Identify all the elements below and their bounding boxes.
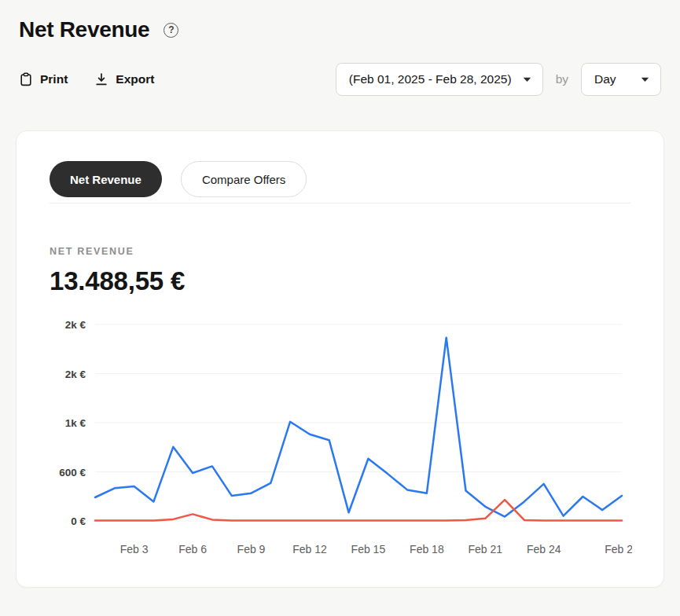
by-label: by — [556, 72, 568, 86]
divider — [50, 203, 630, 204]
svg-text:Feb 6: Feb 6 — [178, 543, 207, 556]
metric-value: 13.488,55 € — [50, 266, 630, 296]
svg-text:Feb 24: Feb 24 — [527, 543, 561, 556]
net-revenue-card: Net Revenue Compare Offers NET REVENUE 1… — [16, 130, 664, 588]
svg-text:0 €: 0 € — [71, 515, 86, 527]
date-range-value: (Feb 01, 2025 - Feb 28, 2025) — [349, 72, 512, 86]
print-button[interactable]: Print — [19, 72, 68, 86]
metric-block: NET REVENUE 13.488,55 € — [50, 246, 630, 296]
tab-net-revenue[interactable]: Net Revenue — [50, 161, 162, 197]
tab-compare-offers[interactable]: Compare Offers — [181, 161, 307, 197]
print-icon — [19, 72, 33, 86]
toolbar: Print Export (Feb 01, 2025 - Feb 28, 202… — [16, 63, 664, 96]
export-icon — [94, 72, 108, 86]
svg-text:Feb 15: Feb 15 — [351, 543, 386, 556]
chevron-down-icon — [523, 77, 531, 82]
svg-text:Feb 12: Feb 12 — [292, 543, 327, 556]
page-title: Net Revenue — [19, 17, 149, 42]
toolbar-right: (Feb 01, 2025 - Feb 28, 2025) by Day — [336, 63, 661, 96]
revenue-chart-svg: 0 €600 €1k €2k €2k €Feb 3Feb 6Feb 9Feb 1… — [50, 315, 632, 560]
svg-text:1k €: 1k € — [65, 417, 86, 429]
metric-label: NET REVENUE — [50, 246, 630, 257]
chevron-down-icon — [641, 77, 649, 82]
svg-text:Feb 9: Feb 9 — [237, 543, 266, 556]
page: Net Revenue ? Print Export — [0, 0, 680, 603]
help-icon[interactable]: ? — [164, 23, 178, 38]
svg-text:Feb 21: Feb 21 — [469, 543, 503, 556]
print-label: Print — [40, 72, 68, 86]
svg-text:2k €: 2k € — [65, 319, 86, 331]
revenue-chart: 0 €600 €1k €2k €2k €Feb 3Feb 6Feb 9Feb 1… — [50, 315, 630, 563]
export-label: Export — [116, 72, 154, 86]
svg-text:Feb 28: Feb 28 — [605, 543, 632, 556]
export-button[interactable]: Export — [94, 72, 154, 86]
svg-text:2k €: 2k € — [65, 368, 86, 380]
granularity-select[interactable]: Day — [581, 63, 661, 96]
tabs: Net Revenue Compare Offers — [50, 161, 630, 197]
page-header: Net Revenue ? — [16, 13, 664, 42]
svg-text:Feb 3: Feb 3 — [120, 543, 149, 556]
granularity-value: Day — [594, 72, 616, 86]
svg-text:600 €: 600 € — [59, 467, 86, 478]
toolbar-left: Print Export — [19, 72, 154, 86]
svg-text:Feb 18: Feb 18 — [410, 543, 444, 556]
date-range-select[interactable]: (Feb 01, 2025 - Feb 28, 2025) — [336, 63, 543, 96]
